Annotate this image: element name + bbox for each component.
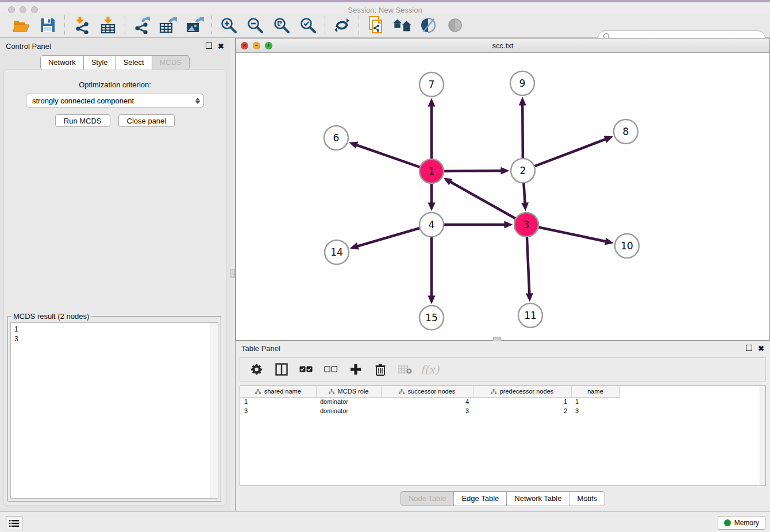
column-header-successor-nodes[interactable]: successor nodes [381, 386, 473, 397]
float-panel-icon[interactable] [206, 43, 212, 50]
cell-successor-nodes[interactable]: 3 [381, 406, 473, 415]
export-table-icon[interactable] [159, 16, 178, 34]
open-folder-icon[interactable] [12, 16, 30, 34]
graph-node-label: 14 [330, 246, 343, 258]
gear-icon[interactable] [249, 362, 264, 377]
table-panel-title: Table Panel [241, 344, 740, 353]
cell-name[interactable]: 3 [571, 406, 619, 415]
graph-edge-3-1[interactable] [450, 182, 526, 225]
graph-node-label: 9 [519, 78, 526, 89]
network-canvas[interactable]: 7968124314101511 [236, 53, 769, 340]
task-history-button[interactable] [6, 516, 22, 530]
column-header-shared-name[interactable]: shared name [240, 386, 316, 397]
app-titlebar: Session: New Session [0, 2, 770, 13]
table-panel-header: Table Panel ✖ [236, 341, 770, 356]
cell-mcds-role[interactable]: dominator [316, 406, 381, 415]
control-panel: Control Panel ✖ Network Style Select MCD… [0, 38, 230, 511]
import-network-icon[interactable] [72, 16, 91, 34]
cell-shared-name[interactable]: 1 [240, 397, 316, 406]
graph-edge-arrowhead [350, 242, 359, 249]
vertical-splitter[interactable] [230, 38, 236, 511]
export-image-icon[interactable] [186, 16, 204, 34]
add-row-icon[interactable] [348, 362, 363, 377]
network-view-window: ✕ – + scc.txt 7968124314101511 [236, 38, 770, 341]
control-panel-header: Control Panel ✖ [0, 38, 230, 54]
delete-rows-icon[interactable] [373, 362, 388, 377]
main-toolbar [0, 13, 770, 38]
tab-network-table[interactable]: Network Table [507, 491, 569, 506]
column-header-predecessor-nodes[interactable]: predecessor nodes [473, 386, 571, 397]
memory-button[interactable]: Memory [718, 516, 765, 530]
cell-name[interactable]: 1 [571, 397, 619, 406]
table-panel: Table Panel ✖ f(x) [236, 341, 770, 511]
cell-shared-name[interactable]: 3 [240, 406, 316, 415]
run-mcds-button[interactable]: Run MCDS [55, 114, 110, 127]
tab-node-table[interactable]: Node Table [401, 491, 455, 506]
show-columns-icon[interactable] [274, 362, 289, 377]
close-view-button[interactable]: ✕ [241, 42, 248, 49]
table-toolbar: f(x) [240, 357, 766, 381]
mcds-result-title: MCDS result (2 nodes) [11, 312, 91, 321]
cell-predecessor-nodes[interactable]: 2 [473, 406, 571, 415]
mcds-result-line: 1 [14, 325, 218, 334]
select-stepper-icon [195, 98, 200, 104]
select-all-columns-icon[interactable] [299, 362, 314, 377]
column-header-name[interactable]: name [571, 386, 619, 397]
tab-select[interactable]: Select [116, 55, 152, 70]
tab-edge-table[interactable]: Edge Table [454, 491, 507, 506]
optimization-criterion-value: strongly connected component [32, 97, 195, 105]
maximize-view-button[interactable]: + [265, 42, 272, 49]
network-canvas-svg: 7968124314101511 [236, 53, 769, 340]
graph-node-label: 15 [425, 312, 438, 323]
mcds-result-line: 3 [14, 334, 218, 344]
tab-network[interactable]: Network [40, 55, 84, 70]
close-panel-icon[interactable]: ✖ [218, 43, 224, 50]
tab-motifs[interactable]: Motifs [569, 491, 605, 506]
zoom-out-icon[interactable] [246, 16, 264, 34]
network-window-titlebar[interactable]: ✕ – + scc.txt [236, 38, 769, 53]
optimization-criterion-label: Optimization criterion: [4, 80, 226, 89]
control-panel-tabs: Network Style Select MCDS [0, 55, 230, 70]
apply-layout-icon[interactable] [333, 16, 351, 34]
mcds-result-textarea[interactable]: 1 3 [10, 322, 218, 499]
import-table-icon[interactable] [99, 16, 117, 34]
export-network-icon[interactable] [133, 16, 151, 34]
minimize-view-button[interactable]: – [253, 42, 260, 49]
graph-node-label: 7 [429, 79, 435, 90]
zoom-fit-icon[interactable] [272, 16, 291, 34]
cell-successor-nodes[interactable]: 4 [381, 397, 473, 406]
close-panel-button[interactable]: Close panel [118, 114, 175, 127]
tab-style[interactable]: Style [84, 55, 116, 70]
cell-mcds-role[interactable]: dominator [316, 397, 381, 406]
hide-style-icon[interactable] [446, 16, 464, 34]
graph-node-label: 11 [524, 310, 537, 321]
splitter-grip[interactable] [230, 269, 235, 278]
table-scrollbar[interactable] [760, 386, 765, 485]
graph-edge-2-8[interactable] [523, 139, 606, 171]
memory-status-icon [724, 519, 731, 526]
optimization-criterion-select[interactable]: strongly connected component [26, 94, 204, 107]
table-tabs: Node Table Edge Table Network Table Moti… [236, 491, 770, 506]
node-table: shared name MCDS role successor nodes pr… [240, 385, 766, 486]
graph-node-label: 10 [621, 240, 633, 252]
show-style-icon[interactable] [419, 16, 438, 34]
result-scrollbar[interactable] [210, 323, 218, 498]
zoom-selected-icon[interactable] [299, 16, 317, 34]
graph-node-label: 8 [623, 126, 629, 137]
mcds-result-fieldset: MCDS result (2 nodes) 1 3 [7, 316, 221, 502]
graph-edge-arrowhead [505, 221, 513, 229]
cell-predecessor-nodes[interactable]: 1 [473, 397, 571, 406]
tab-mcds[interactable]: MCDS [152, 55, 190, 70]
close-table-panel-icon[interactable]: ✖ [758, 345, 764, 352]
graph-edge-arrowhead [605, 238, 614, 245]
deselect-all-columns-icon[interactable] [324, 362, 338, 377]
column-header-mcds-role[interactable]: MCDS role [316, 386, 381, 397]
zoom-in-icon[interactable] [220, 16, 238, 34]
home-first-neighbors-icon[interactable] [393, 16, 411, 34]
graph-node-label: 3 [523, 219, 530, 230]
new-network-icon[interactable] [367, 16, 385, 34]
graph-node-label: 6 [333, 132, 340, 144]
graph-node-label: 1 [429, 165, 435, 177]
float-table-panel-icon[interactable] [746, 345, 752, 352]
save-icon[interactable] [38, 16, 57, 34]
